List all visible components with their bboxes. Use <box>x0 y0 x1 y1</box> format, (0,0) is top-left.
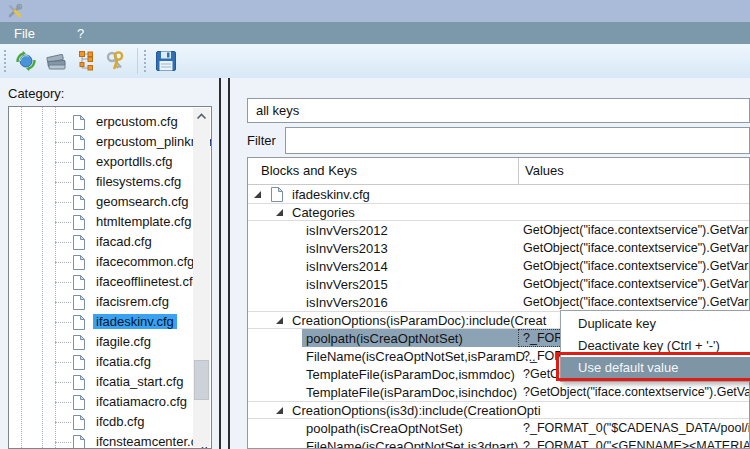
category-item-label: ifacecommon.cfg <box>93 254 197 269</box>
category-item-label: ifacisrem.cfg <box>93 294 172 309</box>
row-label: isInvVers2013 <box>306 241 388 256</box>
tree-branch-line <box>55 322 71 323</box>
document-icon <box>72 254 86 271</box>
category-item-ifcatia-start-cfg[interactable]: ifcatia_start.cfg <box>9 372 193 392</box>
document-icon <box>72 154 86 171</box>
document-icon <box>72 154 86 171</box>
sync-button[interactable] <box>11 47 41 75</box>
category-item-erpcustom-cfg[interactable]: erpcustom.cfg <box>9 112 193 132</box>
table-row-isinvvers2015[interactable]: isInvVers2015GetObject("iface.contextser… <box>248 275 749 293</box>
filter-input[interactable] <box>285 127 750 154</box>
column-divider[interactable] <box>518 158 519 185</box>
row-separator <box>248 401 749 402</box>
document-icon <box>72 334 86 351</box>
row-value: ?_FORMAT_0("$CADENAS_DATA/pool/inven <box>523 421 750 435</box>
category-item-ifcnsteamcenter-cfg[interactable]: ifcnsteamcenter.cfg <box>9 432 193 449</box>
row-label: FileName(isCreaOptNotSet,is3dpart) <box>306 439 518 449</box>
category-item-ifcatiamacro-cfg[interactable]: ifcatiamacro.cfg <box>9 392 193 412</box>
menu-help[interactable]: ? <box>67 24 94 43</box>
key-filter-combobox[interactable]: all keys <box>247 98 750 123</box>
toolbar <box>0 44 750 78</box>
toolbar-gripper[interactable] <box>3 50 7 72</box>
category-item-ifacad-cfg[interactable]: ifacad.cfg <box>9 232 193 252</box>
document-icon <box>72 434 86 449</box>
table-row-filename-iscreaoptnotset-is3dpart-[interactable]: FileName(isCreaOptNotSet,is3dpart)?_FORM… <box>248 437 749 449</box>
save-button[interactable] <box>151 47 181 75</box>
toolbar-gripper-2[interactable] <box>143 50 147 72</box>
category-item-label: ifacad.cfg <box>93 234 155 249</box>
category-item-ifaceofflinetest-cfg[interactable]: ifaceofflinetest.cfg <box>9 272 193 292</box>
context-menu-item-use-default-value[interactable]: Use default value <box>561 357 750 379</box>
library-button[interactable] <box>41 47 71 75</box>
category-item-ifacisrem-cfg[interactable]: ifacisrem.cfg <box>9 292 193 312</box>
tree-branch-line <box>55 122 71 123</box>
category-item-ifcdb-cfg[interactable]: ifcdb.cfg <box>9 412 193 432</box>
column-header-values[interactable]: Values <box>525 163 564 178</box>
table-header: Blocks and Keys Values <box>248 158 749 185</box>
expander-icon[interactable] <box>276 407 283 414</box>
tools-app-icon <box>7 3 23 19</box>
document-icon <box>72 314 86 331</box>
document-icon <box>72 354 86 371</box>
table-row-isinvvers2013[interactable]: isInvVers2013GetObject("iface.contextser… <box>248 239 749 257</box>
document-icon <box>72 334 86 351</box>
category-item-label: ifcatia.cfg <box>93 354 154 369</box>
blocks-keys-table[interactable]: Blocks and Keys Values ifadeskinv.cfgCat… <box>247 157 750 449</box>
category-item-ifagile-cfg[interactable]: ifagile.cfg <box>9 332 193 352</box>
document-icon <box>72 234 86 251</box>
category-item-label: ifcdb.cfg <box>93 414 147 429</box>
scroll-up-icon[interactable] <box>193 108 210 125</box>
splitter-line-right[interactable] <box>228 78 230 449</box>
category-list[interactable]: erpcustom.cfg erpcustom_plinkman exportd… <box>8 106 212 449</box>
category-item-ifacecommon-cfg[interactable]: ifacecommon.cfg <box>9 252 193 272</box>
tree-branch-line <box>55 162 71 163</box>
expander-icon[interactable] <box>276 209 283 216</box>
table-row-templatefile-isparamdoc-isinchdoc-[interactable]: TemplateFile(isParamDoc,isinchdoc)?GetOb… <box>248 383 749 401</box>
menu-bar: File ? <box>0 22 750 44</box>
context-menu-item-deactivate-key-ctrl-[interactable]: Deactivate key (Ctrl + '-') <box>561 335 750 357</box>
row-value: GetObject("iface.contextservice").GetVar… <box>523 259 750 273</box>
sync-icon <box>15 50 37 72</box>
category-scrollbar[interactable] <box>193 108 210 447</box>
category-item-geomsearch-cfg[interactable]: geomsearch.cfg <box>9 192 193 212</box>
hierarchy-button[interactable] <box>71 47 101 75</box>
category-item-filesystems-cfg[interactable]: filesystems.cfg <box>9 172 193 192</box>
document-icon <box>72 214 86 231</box>
document-icon <box>72 374 86 391</box>
tree-branch-line <box>55 282 71 283</box>
expander-icon[interactable] <box>254 191 261 198</box>
table-row-categories[interactable]: Categories <box>248 203 749 221</box>
application-window: File ? <box>0 0 750 449</box>
table-row-isinvvers2012[interactable]: isInvVers2012GetObject("iface.contextser… <box>248 221 749 239</box>
row-label: TemplateFile(isParamDoc,isinchdoc) <box>306 385 517 400</box>
menu-file[interactable]: File <box>4 24 45 43</box>
context-menu-item-duplicate-key[interactable]: Duplicate key <box>561 313 750 335</box>
category-item-ifcatia-cfg[interactable]: ifcatia.cfg <box>9 352 193 372</box>
column-header-blocks-and-keys[interactable]: Blocks and Keys <box>261 163 357 178</box>
row-label: poolpath(isCreaOptNotSet) <box>306 421 463 436</box>
document-icon <box>72 114 86 131</box>
document-icon <box>72 174 86 191</box>
document-icon <box>72 434 86 449</box>
row-value: GetObject("iface.contextservice").GetVar… <box>523 241 750 255</box>
row-label: ifadeskinv.cfg <box>292 187 370 202</box>
table-row-poolpath-iscreaoptnotset-[interactable]: poolpath(isCreaOptNotSet)?_FORMAT_0("$CA… <box>248 419 749 437</box>
document-icon <box>72 214 86 231</box>
category-item-ifadeskinv-cfg[interactable]: ifadeskinv.cfg <box>9 312 193 332</box>
tree-branch-line <box>55 242 71 243</box>
category-item-htmltemplate-cfg[interactable]: htmltemplate.cfg <box>9 212 193 232</box>
table-row-creationoptions-is3d-include-creationopti[interactable]: CreationOptions(is3d):include(CreationOp… <box>248 401 749 419</box>
scrollbar-thumb[interactable] <box>194 360 209 400</box>
expander-icon[interactable] <box>276 317 283 324</box>
keys-button[interactable] <box>101 47 131 75</box>
category-item-exportdlls-cfg[interactable]: exportdlls.cfg <box>9 152 193 172</box>
document-icon <box>72 294 86 311</box>
splitter-line-left[interactable] <box>219 78 221 449</box>
table-row-isinvvers2014[interactable]: isInvVers2014GetObject("iface.contextser… <box>248 257 749 275</box>
category-item-erpcustom-plinkman[interactable]: erpcustom_plinkman <box>9 132 193 152</box>
table-row-isinvvers2016[interactable]: isInvVers2016GetObject("iface.contextser… <box>248 293 749 311</box>
keys-icon <box>104 50 128 72</box>
row-label: Categories <box>292 205 355 220</box>
tree-branch-line <box>55 362 71 363</box>
table-row-ifadeskinv-cfg[interactable]: ifadeskinv.cfg <box>248 185 749 203</box>
